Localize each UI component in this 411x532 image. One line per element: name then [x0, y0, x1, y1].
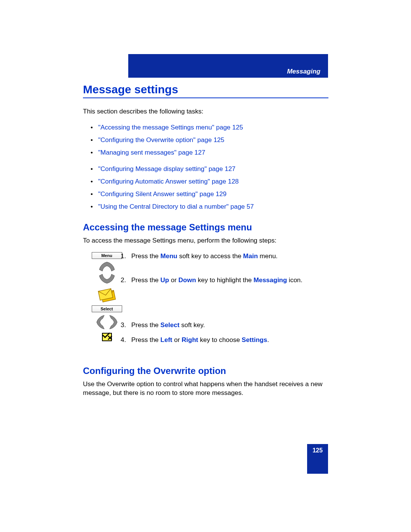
toc-item: "Accessing the message Settings menu" pa…	[91, 124, 328, 131]
keyword-main: Main	[243, 252, 258, 260]
toc-item: "Configuring Automatic Answer setting" p…	[91, 178, 328, 185]
toc-item: "Configuring Message display setting" pa…	[91, 165, 328, 173]
section2-heading: Configuring the Overwrite option	[83, 366, 328, 376]
toc-link[interactable]: "Configuring the Overwrite option" page …	[98, 136, 225, 144]
toc-item: "Configuring Silent Answer setting" page…	[91, 190, 328, 198]
keyword-down: Down	[178, 276, 196, 284]
section1-intro: To access the message Settings menu, per…	[83, 236, 328, 245]
keyword-left: Left	[161, 336, 172, 343]
keyword-select: Select	[161, 321, 180, 329]
intro-text: This section describes the following tas…	[83, 108, 328, 115]
keyword-up: Up	[161, 276, 169, 284]
menu-softkey-icon: Menu	[92, 252, 122, 259]
step-3: Press the Select soft key.	[121, 321, 328, 330]
header-bar: Messaging	[128, 54, 328, 78]
toc-link[interactable]: "Using the Central Directory to dial a n…	[98, 203, 254, 210]
toc-link[interactable]: "Configuring Automatic Answer setting" p…	[98, 178, 239, 185]
toc-list: "Accessing the message Settings menu" pa…	[83, 124, 328, 157]
page-number: 125	[312, 447, 323, 454]
section1-heading: Accessing the message Settings menu	[83, 222, 328, 233]
page: Messaging Message settings This section …	[0, 0, 411, 532]
steps-list: Press the Menu soft key to access the Ma…	[121, 252, 328, 345]
step-1: Press the Menu soft key to access the Ma…	[121, 252, 328, 261]
step-4: Press the Left or Right key to choose Se…	[121, 336, 328, 345]
steps-text-column: Press the Menu soft key to access the Ma…	[121, 252, 328, 345]
toc-link[interactable]: "Configuring Silent Answer setting" page…	[98, 190, 226, 198]
up-down-icon	[99, 261, 115, 284]
header-section-label: Messaging	[287, 68, 320, 75]
section2-body: Use the Overwrite option to control what…	[83, 380, 328, 398]
keyword-settings: Settings	[242, 336, 267, 343]
toc-item: "Managing sent messages" page 127	[91, 149, 328, 157]
steps-wrap: Menu Select	[83, 252, 328, 345]
toc-item: "Configuring the Overwrite option" page …	[91, 136, 328, 144]
toc-link[interactable]: "Accessing the message Settings menu" pa…	[98, 124, 243, 131]
toc-link[interactable]: "Configuring Message display setting" pa…	[98, 165, 236, 173]
keyword-messaging: Messaging	[253, 276, 287, 284]
settings-icon	[102, 333, 112, 341]
page-number-box: 125	[307, 444, 328, 474]
toc-item: "Using the Central Directory to dial a n…	[91, 203, 328, 211]
content-area: Message settings This section describes …	[83, 83, 328, 404]
select-softkey-icon: Select	[92, 305, 122, 312]
page-title: Message settings	[83, 83, 328, 98]
left-right-icon	[95, 315, 119, 330]
keyword-right: Right	[182, 336, 198, 343]
toc-list-2: "Configuring Message display setting" pa…	[83, 165, 328, 211]
messaging-icon	[97, 286, 117, 303]
step-2: Press the Up or Down key to highlight th…	[121, 276, 328, 285]
keyword-menu: Menu	[161, 252, 177, 260]
icon-column: Menu Select	[83, 252, 115, 345]
toc-link[interactable]: "Managing sent messages" page 127	[98, 149, 205, 156]
